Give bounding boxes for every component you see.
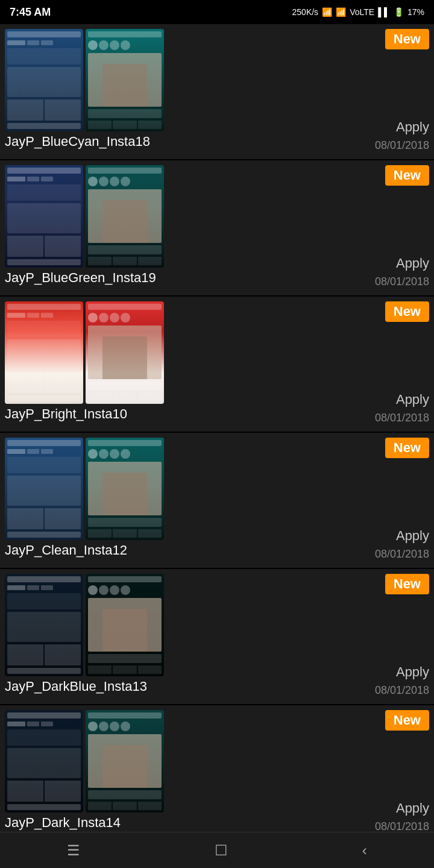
network-speed: 250K/s <box>292 7 319 17</box>
menu-icon[interactable]: ☰ <box>67 842 80 859</box>
status-time: 7:45 AM <box>10 6 51 19</box>
preview-screenshot-1 <box>5 574 83 676</box>
new-badge: New <box>385 438 429 458</box>
theme-name: JayP_DarkBlue_Insta13 <box>0 676 434 699</box>
theme-item: New <box>0 569 434 705</box>
apply-button[interactable]: Apply <box>396 528 429 544</box>
signal2-icon: ▌▌ <box>378 7 390 17</box>
signal-icon: 📶 <box>336 7 346 17</box>
theme-name: JayP_BlueGreen_Insta19 <box>0 268 434 291</box>
theme-date: 08/01/2018 <box>375 820 429 833</box>
theme-date: 08/01/2018 <box>375 139 429 152</box>
apply-button[interactable]: Apply <box>396 392 429 407</box>
theme-date: 08/01/2018 <box>375 412 429 424</box>
preview-screenshot-1 <box>5 29 83 131</box>
theme-date: 08/01/2018 <box>375 548 429 561</box>
theme-previews <box>0 24 434 131</box>
theme-date: 08/01/2018 <box>375 684 429 697</box>
preview-screenshot-2 <box>86 301 164 404</box>
theme-item: New <box>0 705 434 841</box>
apply-button[interactable]: Apply <box>396 256 429 271</box>
preview-screenshot-2 <box>86 710 164 813</box>
theme-item: New <box>0 160 434 297</box>
preview-screenshot-2 <box>86 438 164 540</box>
status-icons: 250K/s 📶 📶 VoLTE ▌▌ 🔋 17% <box>292 7 424 17</box>
new-badge: New <box>385 574 429 594</box>
volte-label: VoLTE <box>350 7 374 17</box>
theme-list: New <box>0 24 434 868</box>
preview-screenshot-2 <box>86 574 164 676</box>
theme-previews <box>0 705 434 813</box>
theme-item: New <box>0 433 434 569</box>
apply-button[interactable]: Apply <box>396 664 429 680</box>
theme-item: New <box>0 24 434 160</box>
home-icon[interactable]: ☐ <box>215 842 228 859</box>
preview-screenshot-1 <box>5 165 83 268</box>
theme-date: 08/01/2018 <box>375 275 429 288</box>
status-bar: 7:45 AM 250K/s 📶 📶 VoLTE ▌▌ 🔋 17% <box>0 0 434 24</box>
back-icon[interactable]: ‹ <box>362 842 367 859</box>
wifi-icon: 📶 <box>322 7 332 17</box>
theme-item: New <box>0 297 434 433</box>
theme-previews <box>0 433 434 540</box>
new-badge: New <box>385 165 429 186</box>
apply-button[interactable]: Apply <box>396 119 429 135</box>
preview-screenshot-2 <box>86 165 164 268</box>
new-badge: New <box>385 29 429 49</box>
preview-screenshot-1 <box>5 438 83 540</box>
new-badge: New <box>385 710 429 731</box>
apply-button[interactable]: Apply <box>396 800 429 816</box>
battery-icon: 🔋 <box>394 7 404 17</box>
theme-previews <box>0 569 434 676</box>
theme-previews <box>0 160 434 268</box>
battery-level: 17% <box>407 7 424 17</box>
preview-screenshot-2 <box>86 29 164 131</box>
theme-name: JayP_Clean_Insta12 <box>0 540 434 563</box>
new-badge: New <box>385 301 429 322</box>
theme-previews <box>0 297 434 404</box>
preview-screenshot-1 <box>5 710 83 813</box>
nav-bar: ☰ ☐ ‹ <box>0 832 434 868</box>
preview-screenshot-1 <box>5 301 83 404</box>
theme-name: JayP_BlueCyan_Insta18 <box>0 131 434 154</box>
theme-name: JayP_Bright_Insta10 <box>0 404 434 427</box>
